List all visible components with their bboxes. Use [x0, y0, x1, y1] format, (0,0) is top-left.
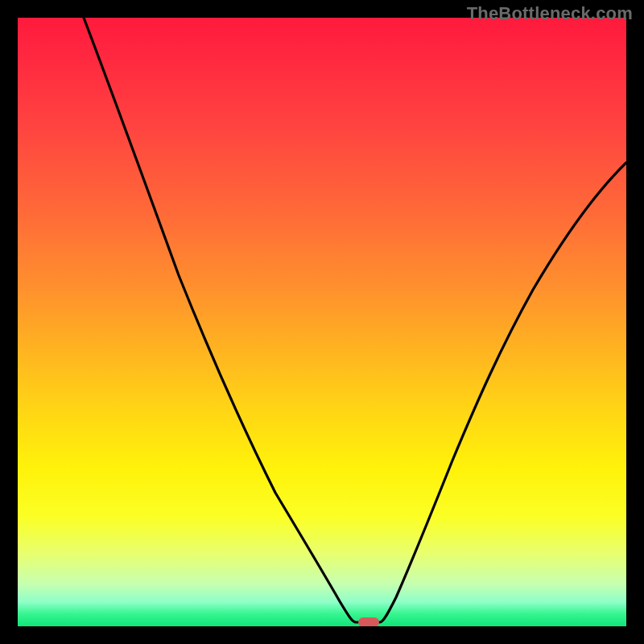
- curve-layer: [18, 18, 626, 626]
- optimum-marker: [358, 617, 379, 626]
- chart-frame: TheBottleneck.com: [0, 0, 644, 644]
- bottleneck-curve: [84, 18, 626, 622]
- watermark-text: TheBottleneck.com: [467, 3, 633, 24]
- plot-area: [18, 18, 626, 626]
